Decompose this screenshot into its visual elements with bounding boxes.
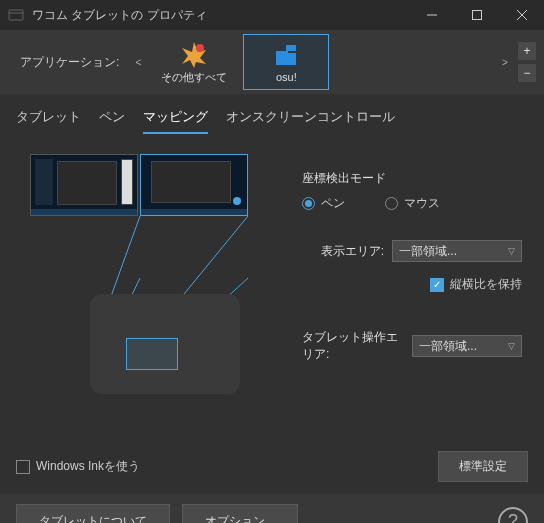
display-area-select[interactable]: 一部領域... ▽ — [392, 240, 522, 262]
app-item-label: osu! — [276, 71, 297, 83]
aspect-checkbox[interactable]: ✓ — [430, 278, 444, 292]
svg-rect-3 — [472, 11, 481, 20]
help-button[interactable]: ? — [498, 507, 528, 524]
windows-ink-checkbox[interactable]: Windows Inkを使う — [16, 458, 140, 475]
minimize-button[interactable] — [409, 0, 454, 30]
display-area-value: 一部領域... — [399, 243, 457, 260]
application-row: アプリケーション: < その他すべて osu! > + − — [0, 30, 544, 94]
app-icon — [8, 7, 24, 23]
mode-mouse-radio[interactable]: マウス — [385, 195, 440, 212]
tablet-active-area[interactable] — [126, 338, 178, 370]
windows-ink-label: Windows Inkを使う — [36, 458, 140, 475]
monitor-1-preview[interactable] — [30, 154, 138, 216]
application-label: アプリケーション: — [8, 54, 119, 71]
app-remove-button[interactable]: − — [518, 64, 536, 82]
app-add-button[interactable]: + — [518, 42, 536, 60]
titlebar: ワコム タブレットの プロパティ — [0, 0, 544, 30]
chevron-down-icon: ▽ — [508, 341, 515, 351]
about-button[interactable]: タブレットについて — [16, 504, 170, 523]
display-area-label: 表示エリア: — [321, 243, 384, 260]
tablet-area-label: タブレット操作エリア: — [302, 329, 404, 363]
app-item-label: その他すべて — [161, 70, 227, 85]
content-area: 座標検出モード ペン マウス 表示エリア: 一部領域... ▽ ✓ 縦横比を保持… — [0, 134, 544, 494]
mode-pen-label: ペン — [321, 195, 345, 212]
close-button[interactable] — [499, 0, 544, 30]
options-button[interactable]: オプション... — [182, 504, 298, 523]
monitor-2-preview[interactable] — [140, 154, 248, 216]
aspect-label: 縦横比を保持 — [450, 276, 522, 293]
mode-mouse-label: マウス — [404, 195, 440, 212]
app-prev-button[interactable]: < — [129, 37, 147, 87]
tabs: タブレット ペン マッピング オンスクリーンコントロール — [0, 94, 544, 134]
mapping-preview — [30, 154, 270, 216]
tab-tablet[interactable]: タブレット — [16, 104, 81, 134]
default-button[interactable]: 標準設定 — [438, 451, 528, 482]
footer: タブレットについて オプション... ? — [0, 494, 544, 523]
window-title: ワコム タブレットの プロパティ — [32, 7, 409, 24]
tablet-area-value: 一部領域... — [419, 338, 477, 355]
svg-rect-0 — [9, 10, 23, 20]
osu-icon — [272, 41, 300, 69]
svg-point-7 — [196, 44, 204, 52]
tablet-preview[interactable] — [90, 294, 240, 394]
tablet-area-select[interactable]: 一部領域... ▽ — [412, 335, 522, 357]
tab-pen[interactable]: ペン — [99, 104, 125, 134]
mode-label: 座標検出モード — [302, 170, 522, 187]
tab-onscreen[interactable]: オンスクリーンコントロール — [226, 104, 395, 134]
app-next-button[interactable]: > — [496, 37, 514, 87]
app-item-osu[interactable]: osu! — [243, 34, 329, 90]
tab-mapping[interactable]: マッピング — [143, 104, 208, 134]
maximize-button[interactable] — [454, 0, 499, 30]
chevron-down-icon: ▽ — [508, 246, 515, 256]
app-item-all[interactable]: その他すべて — [151, 34, 237, 90]
mode-pen-radio[interactable]: ペン — [302, 195, 345, 212]
all-apps-icon — [180, 40, 208, 68]
